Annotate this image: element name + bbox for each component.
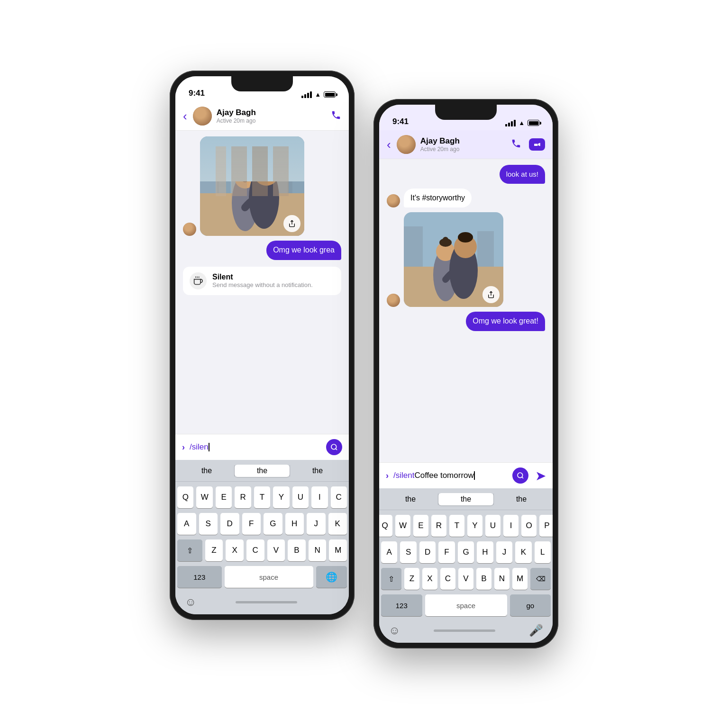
emoji-icon-right[interactable]: ☺ <box>389 624 400 637</box>
key-X-right[interactable]: X <box>422 568 437 590</box>
key-P-right[interactable]: P <box>539 515 553 537</box>
key-N-left[interactable]: N <box>309 539 327 561</box>
search-button-left[interactable] <box>326 439 342 455</box>
suggestions-bar-right: the the the <box>379 488 553 510</box>
key-F-right[interactable]: F <box>438 541 455 563</box>
suggestion-3-left[interactable]: the <box>290 465 345 477</box>
phone-left: 9:41 ▲ ‹ Ajay Bagh <box>170 71 355 620</box>
search-button-right[interactable] <box>512 467 528 484</box>
key-U-right[interactable]: U <box>485 515 500 537</box>
svg-point-24 <box>443 237 448 243</box>
key-S-left[interactable]: S <box>199 513 218 535</box>
home-indicator-left <box>236 601 297 603</box>
key-Y-left[interactable]: Y <box>273 486 289 508</box>
key-A-right[interactable]: A <box>381 541 397 563</box>
video-call-icon-right[interactable] <box>529 138 545 151</box>
key-Z-left[interactable]: Z <box>205 539 223 561</box>
status-icons-left: ▲ <box>301 91 336 98</box>
key-123-right[interactable]: 123 <box>381 594 422 616</box>
outgoing-msg-row-right: Omg we look great! <box>387 312 545 331</box>
key-space-right[interactable]: space <box>425 594 507 616</box>
key-I-right[interactable]: I <box>503 515 519 537</box>
key-G-left[interactable]: G <box>264 513 282 535</box>
suggestion-2-right[interactable]: the <box>438 493 493 505</box>
key-Y-right[interactable]: Y <box>467 515 482 537</box>
phone-call-icon-left[interactable] <box>331 110 341 123</box>
key-L-right[interactable]: L <box>535 541 551 563</box>
messages-area-left: Omg we look grea Silent Send message wit… <box>175 131 349 434</box>
back-button-left[interactable]: ‹ <box>183 109 187 124</box>
key-E-right[interactable]: E <box>413 515 428 537</box>
key-T-right[interactable]: T <box>449 515 464 537</box>
key-M-right[interactable]: M <box>512 568 528 590</box>
contact-status-left: Active 20m ago <box>217 117 326 124</box>
phone-call-icon-right[interactable] <box>511 138 521 151</box>
key-shift-right[interactable]: ⇧ <box>381 568 401 590</box>
key-V-left[interactable]: V <box>267 539 285 561</box>
key-E-left[interactable]: E <box>216 486 232 508</box>
key-Q-left[interactable]: Q <box>177 486 193 508</box>
suggestion-2-left[interactable]: the <box>235 465 290 477</box>
suggestion-1-left[interactable]: the <box>179 465 234 477</box>
suggestion-1-right[interactable]: the <box>383 493 438 505</box>
key-Q-right[interactable]: Q <box>379 515 392 537</box>
text-input-left[interactable]: /silen <box>190 442 321 452</box>
share-button-left[interactable] <box>283 215 300 232</box>
key-D-right[interactable]: D <box>419 541 436 563</box>
key-V-right[interactable]: V <box>458 568 473 590</box>
key-C-left[interactable]: C <box>331 486 347 508</box>
emoji-icon-left[interactable]: ☺ <box>185 595 197 609</box>
key-F-left[interactable]: F <box>242 513 261 535</box>
back-button-right[interactable]: ‹ <box>387 137 391 152</box>
slash-indicator-right: › <box>386 471 389 481</box>
key-W-left[interactable]: W <box>196 486 212 508</box>
key-K-right[interactable]: K <box>515 541 531 563</box>
suggestion-3-right[interactable]: the <box>494 493 549 505</box>
wifi-icon-left: ▲ <box>315 91 321 98</box>
key-X-left[interactable]: X <box>226 539 244 561</box>
outgoing-msg-row-left: Omg we look grea <box>183 241 341 260</box>
key-G-right[interactable]: G <box>458 541 474 563</box>
key-B-left[interactable]: B <box>288 539 306 561</box>
key-row-4-left: 123 space 🌐 <box>177 566 347 588</box>
key-space-left[interactable]: space <box>225 566 313 588</box>
key-A-left[interactable]: A <box>177 513 196 535</box>
battery-icon-left <box>324 91 336 98</box>
key-B-right[interactable]: B <box>476 568 491 590</box>
key-J-right[interactable]: J <box>496 541 512 563</box>
send-button-right[interactable]: ➤ <box>535 468 546 484</box>
key-backspace-right[interactable]: ⌫ <box>530 568 551 590</box>
key-123-left[interactable]: 123 <box>177 566 222 588</box>
svg-point-16 <box>331 444 337 449</box>
key-I-left[interactable]: I <box>311 486 328 508</box>
key-M-left[interactable]: M <box>329 539 347 561</box>
key-C-right[interactable]: C <box>440 568 455 590</box>
key-N-right[interactable]: N <box>494 568 510 590</box>
text-input-right[interactable]: /silent Coffee tomorrow <box>393 471 508 480</box>
key-R-left[interactable]: R <box>235 486 251 508</box>
outgoing-text-left: Omg we look grea <box>273 246 335 254</box>
key-S-right[interactable]: S <box>400 541 416 563</box>
key-H-right[interactable]: H <box>477 541 493 563</box>
key-W-right[interactable]: W <box>395 515 410 537</box>
key-K-left[interactable]: K <box>328 513 347 535</box>
key-J-left[interactable]: J <box>307 513 326 535</box>
key-U-left[interactable]: U <box>292 486 309 508</box>
avatar-left <box>193 107 212 126</box>
key-go-right[interactable]: go <box>510 594 551 616</box>
mic-icon-right[interactable]: 🎤 <box>529 624 543 637</box>
key-H-left[interactable]: H <box>285 513 304 535</box>
key-D-left[interactable]: D <box>220 513 239 535</box>
chat-header-right: ‹ Ajay Bagh Active 20m ago <box>379 130 553 159</box>
key-C2-left[interactable]: C <box>246 539 264 561</box>
key-shift-left[interactable]: ⇧ <box>177 539 202 561</box>
key-T-left[interactable]: T <box>254 486 270 508</box>
key-Z-right[interactable]: Z <box>404 568 419 590</box>
slash-indicator-left: › <box>182 442 185 452</box>
key-O-right[interactable]: O <box>521 515 537 537</box>
key-R-right[interactable]: R <box>431 515 446 537</box>
bottom-bar-right: ☺ 🎤 <box>379 618 553 643</box>
key-emoji-left[interactable]: 🌐 <box>316 566 347 588</box>
silent-card-left[interactable]: Silent Send message without a notificati… <box>183 267 341 295</box>
time-right: 9:41 <box>392 117 409 126</box>
